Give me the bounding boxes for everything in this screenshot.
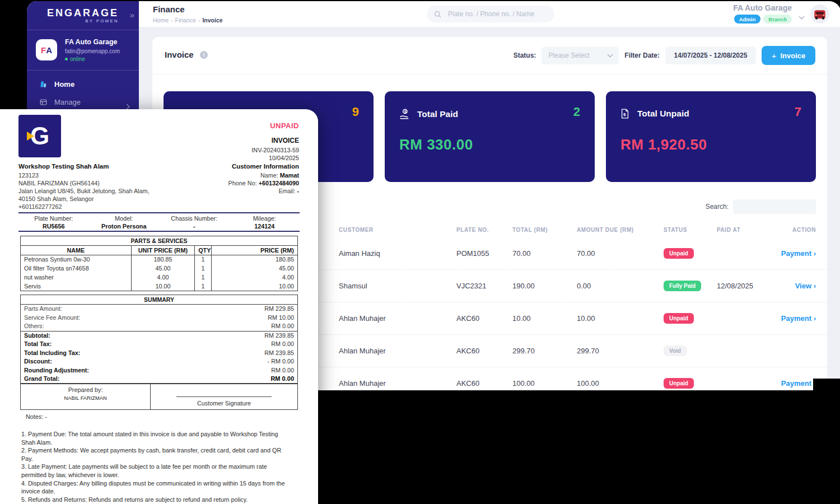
account-name: FA Auto Garage <box>733 3 792 12</box>
summary-value: RM 0.00 <box>271 323 294 330</box>
parts-cell: 4.00 <box>132 273 195 282</box>
summary-value: RM 0.00 <box>271 340 294 348</box>
total-paid-count: 2 <box>573 105 580 119</box>
invoice-number: INV-20240313-59 <box>251 147 299 153</box>
sidebar-item-home[interactable]: Home <box>39 80 129 88</box>
summary-row: Service Fee Amount:RM 10.00 <box>21 314 297 323</box>
cell-action: Payment › <box>778 314 816 323</box>
action-link[interactable]: Payment › <box>781 249 816 258</box>
vehicle-label: Mileage: <box>230 215 300 223</box>
hand-coin-icon: $ <box>398 108 410 120</box>
stat-card-total-paid: $ Total Paid 2 RM 330.00 <box>385 91 595 182</box>
vehicle-field: Chassis Number:- <box>159 215 230 230</box>
terms-line: 4. Disputed Charges: Any billing dispute… <box>21 479 293 496</box>
breadcrumb-item[interactable]: Finance <box>175 17 196 24</box>
field-label: Name: <box>260 172 280 179</box>
logo-wedge <box>27 132 34 141</box>
divider <box>18 231 300 232</box>
workshop-avatar: FA <box>36 39 57 60</box>
role-badge-admin: Admin <box>734 15 761 24</box>
vehicle-value: RU5656 <box>18 223 89 231</box>
summary-label: Parts Amount: <box>24 305 62 312</box>
brand-logo: ENGARAGE <box>47 8 119 18</box>
account-menu[interactable]: FA Auto Garage AdminBranch <box>733 3 792 24</box>
invoice-terms: 1. Payment Due: The total amount stated … <box>21 430 293 504</box>
field-label: Phone No: <box>228 180 259 186</box>
summary-row: Subtotal:RM 239.85 <box>21 331 297 340</box>
cell-amount-due: 10.00 <box>577 314 664 323</box>
summary-value: RM 239.85 <box>264 332 294 339</box>
status-badge: Void <box>664 346 687 356</box>
parts-cell: 45.00 <box>212 264 297 273</box>
plus-icon: + <box>772 51 777 60</box>
parts-row: Petronas Syntium 0w-30180.851180.85 <box>21 255 297 264</box>
invoice-notes: Notes: - <box>26 413 47 420</box>
status-select[interactable]: Please Select <box>542 46 619 64</box>
avatar[interactable] <box>810 4 829 24</box>
info-icon[interactable]: i <box>200 51 208 59</box>
summary-row: Parts Amount:RM 229.85 <box>21 305 297 314</box>
breadcrumb-separator: - <box>198 17 200 24</box>
parts-column-header: QTY <box>195 246 212 255</box>
cell-customer: Shamsul <box>339 282 456 290</box>
parts-cell: 180.85 <box>212 255 297 264</box>
terms-line: 1. Payment Due: The total amount stated … <box>21 430 293 446</box>
global-search-input[interactable] <box>447 10 544 18</box>
summary-row: Rounding Adjustment:RM 0.00 <box>21 366 297 375</box>
total-unpaid-count: 7 <box>795 105 801 119</box>
stat-title: Total Unpaid <box>637 109 689 119</box>
summary-label: Subtotal: <box>24 332 50 339</box>
parts-services-table: PARTS & SERVICES NAMEUNIT PRICE (RM)QTYP… <box>20 236 298 291</box>
summary-value: RM 229.85 <box>264 305 294 312</box>
breadcrumb-item[interactable]: Home <box>153 17 169 24</box>
workshop-line: NABIL FARIZMAN (GH56144) <box>18 179 149 187</box>
action-link[interactable]: Payment › <box>781 314 816 323</box>
parts-cell: 1 <box>195 255 212 264</box>
invoice-document-overlay: G UNPAID INVOICE INV-20240313-59 10/04/2… <box>0 109 318 504</box>
signature-line <box>176 396 272 397</box>
table-search-input[interactable] <box>733 199 816 214</box>
cell-plate-no: POM1055 <box>456 249 512 258</box>
chevron-down-icon[interactable] <box>800 11 804 21</box>
cell-plate-no: AKC60 <box>456 314 512 323</box>
summary-label: Discount: <box>24 358 52 365</box>
parts-column-header: UNIT PRICE (RM) <box>132 246 195 255</box>
cell-total: 190.00 <box>512 282 577 290</box>
cell-action: Payment › <box>778 249 816 258</box>
cell-total: 70.00 <box>512 249 577 258</box>
terms-line: 3. Late Payment: Late payments will be s… <box>21 463 293 479</box>
customer-field: Name: Mamat <box>228 171 299 179</box>
cell-customer: Ahlan Muhajer <box>339 347 456 355</box>
sidebar-item-manage[interactable]: Manage <box>39 98 129 106</box>
date-range-picker[interactable]: 14/07/2025 - 12/08/2025 <box>665 46 756 64</box>
vehicle-info: Plate Number:RU5656Model:Proton PersonaC… <box>18 215 300 230</box>
summary-row: Total Including Tax:RM 239.85 <box>21 349 297 358</box>
workshop-logo: G <box>18 115 61 157</box>
action-link[interactable]: View › <box>795 282 816 290</box>
parts-cell: 45.00 <box>132 264 195 273</box>
parts-row: nut washer4.0014.00 <box>21 273 297 282</box>
add-invoice-button[interactable]: + Invoice <box>762 46 815 65</box>
breadcrumb-item[interactable]: Invoice <box>202 17 222 24</box>
doc-type: INVOICE <box>272 137 299 144</box>
parts-cell: nut washer <box>21 273 132 282</box>
summary-row: Others:RM 0.00 <box>21 322 297 331</box>
global-search[interactable] <box>427 6 554 22</box>
field-value: - <box>297 188 299 194</box>
total-unpaid-amount: RM 1,920.50 <box>620 136 707 153</box>
status-badge: Fully Paid <box>664 281 701 291</box>
cell-status: Void <box>664 346 717 356</box>
parts-column-header: NAME <box>21 246 132 255</box>
customer-field: Email: - <box>228 187 299 195</box>
logo-block: ENGARAGE BY POMEN » <box>27 1 139 30</box>
workshop-name: FA Auto Garage <box>65 38 118 46</box>
sidebar-collapse-icon[interactable]: » <box>130 10 134 20</box>
red-car-image <box>811 6 828 22</box>
customer-field: Phone No: +60132484090 <box>228 179 299 187</box>
panel-title-row: Invoice i Status: Please Select Filter D… <box>152 37 827 74</box>
action-link[interactable]: Payment › <box>781 379 816 388</box>
cell-total: 299.70 <box>512 347 577 355</box>
cell-amount-due: 100.00 <box>577 379 664 388</box>
workshop-profile: FA FA Auto Garage fatin@pomenapp.com onl… <box>27 30 139 71</box>
signature-block: Prepared by: NABIL FARIZMAN Customer Sig… <box>20 383 298 410</box>
